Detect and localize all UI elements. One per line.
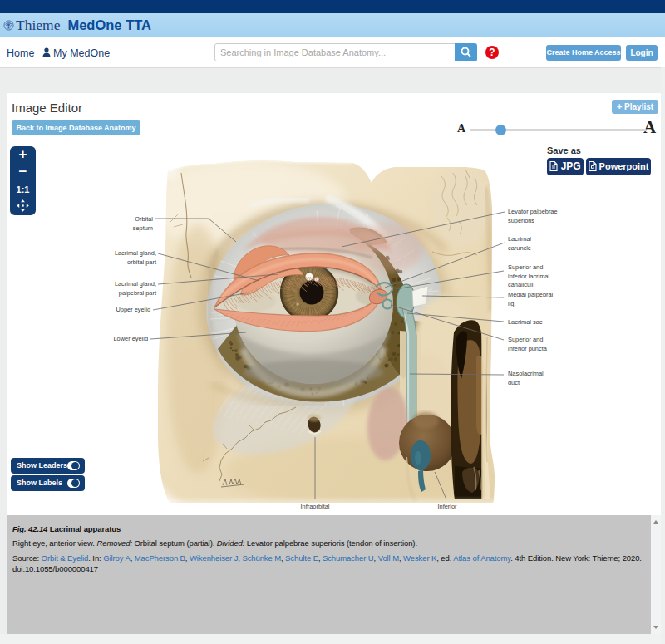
svg-text:Lacrimal sac: Lacrimal sac xyxy=(508,318,543,326)
svg-text:septum: septum xyxy=(133,224,153,232)
svg-text:Infraorbital: Infraorbital xyxy=(301,503,330,510)
svg-text:Orbital: Orbital xyxy=(135,215,153,223)
svg-text:superioris: superioris xyxy=(508,217,534,224)
svg-text:lig.: lig. xyxy=(508,300,515,307)
svg-text:Upper eyelid: Upper eyelid xyxy=(116,306,151,313)
svg-text:Lower eyelid: Lower eyelid xyxy=(114,335,149,342)
svg-text:palpebral part: palpebral part xyxy=(119,289,156,297)
svg-text:Levator palpebrae: Levator palpebrae xyxy=(508,208,558,215)
svg-text:canaliculi: canaliculi xyxy=(508,281,534,288)
svg-text:caruncle: caruncle xyxy=(508,244,531,252)
svg-text:Nasolacrimal: Nasolacrimal xyxy=(508,370,544,377)
svg-text:duct: duct xyxy=(508,379,520,386)
svg-text:orbital part: orbital part xyxy=(127,258,156,266)
svg-text:inferior puncta: inferior puncta xyxy=(508,345,548,352)
svg-text:Lacrimal: Lacrimal xyxy=(508,235,531,243)
svg-text:inferior lacrimal: inferior lacrimal xyxy=(508,273,549,280)
svg-text:Inferior: Inferior xyxy=(437,503,457,510)
svg-text:Medial palpebral: Medial palpebral xyxy=(508,291,554,298)
svg-text:Superior and: Superior and xyxy=(508,263,543,271)
svg-text:Superior and: Superior and xyxy=(508,336,543,343)
svg-text:Lacrimal gland,: Lacrimal gland, xyxy=(115,249,156,257)
svg-text:Lacrimal gland,: Lacrimal gland, xyxy=(115,280,156,288)
